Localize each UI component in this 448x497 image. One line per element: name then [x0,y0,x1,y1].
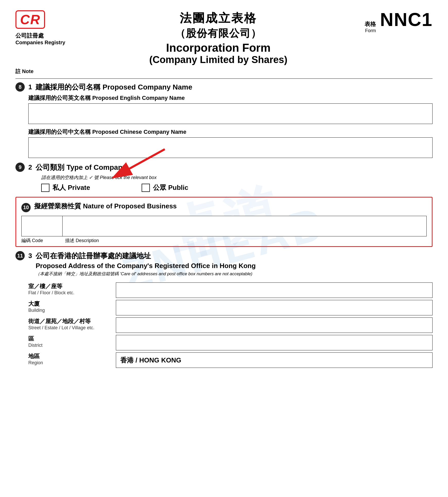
address-title-en: Proposed Address of the Company's Regist… [36,262,256,270]
chinese-name-input[interactable] [28,137,433,158]
section-2-number: 2 [28,163,32,171]
nature-title: 擬經營業務性質 Nature of Proposed Business [34,202,177,211]
form-label-zh: 表格 [365,20,376,28]
bullet-9: 9 [15,163,25,172]
section-1-number: 1 [28,83,32,91]
building-input[interactable] [116,300,433,315]
form-ref: 表格 Form NNC1 [365,10,433,36]
title-zh-main: 法團成立表格 [72,10,365,26]
street-input[interactable] [116,317,433,333]
logo-zh: 公司註冊處 [15,32,44,40]
checkbox-public[interactable] [142,184,150,192]
section-3: 11 3 公司在香港的註冊辦事處的建議地址 Proposed Address o… [15,251,433,368]
type-private: 私人 Private [41,183,90,192]
flat-label-en: Flat / Floor / Block etc. [28,290,113,296]
street-label-zh: 街道／屋苑／地段／村等 [28,317,113,325]
title-en-sub: (Company Limited by Shares) [72,54,365,65]
nature-labels: 編碼 Code 描述 Description [21,237,427,244]
section-1-title: 建議採用的公司名稱 Proposed Company Name [36,82,192,92]
section-2: 9 2 公司類別 Type of Company 請在適用的空格內加上 ✓ 號 … [15,163,433,192]
address-row-district: 區 District [28,335,433,350]
address-row-region: 地區 Region 香港 / HONG KONG [28,352,433,368]
nature-desc-input[interactable] [63,216,427,236]
bullet-8: 8 [15,82,25,92]
building-label-zh: 大廈 [28,300,113,308]
flat-label-zh: 室／樓／座等 [28,282,113,290]
type-instruction: 請在適用的空格內加上 ✓ 號 Please tick the relevant … [41,174,433,181]
checkbox-private[interactable] [41,184,49,192]
street-label-en: Street / Estate / Lot / Village etc. [28,325,113,331]
nature-code-input[interactable] [21,216,63,236]
chinese-name-label: 建議採用的公司中文名稱 Proposed Chinese Company Nam… [28,128,433,136]
english-name-input[interactable] [28,103,433,124]
title-center: 法團成立表格 （股份有限公司） Incorporation Form (Comp… [72,10,365,65]
section-2-title: 公司類別 Type of Company [36,163,126,172]
logo-box: CR [15,10,45,29]
region-value: 香港 / HONG KONG [116,352,433,368]
type-public-label: 公眾 Public [153,183,188,192]
address-row-flat: 室／樓／座等 Flat / Floor / Block etc. [28,282,433,298]
flat-input[interactable] [116,282,433,298]
title-en-main: Incorporation Form [72,41,365,54]
logo-en: Companies Registry [15,40,65,46]
district-input[interactable] [116,335,433,350]
address-row-building: 大廈 Building [28,300,433,315]
header-divider [15,78,433,79]
english-name-label: 建議採用的公司英文名稱 Proposed English Company Nam… [28,94,433,102]
type-private-label: 私人 Private [53,183,90,192]
district-label-zh: 區 [28,335,113,343]
type-options: 私人 Private 公眾 Public [41,183,433,192]
nature-fields [21,216,427,236]
section-1: 8 1 建議採用的公司名稱 Proposed Company Name 建議採用… [15,82,433,158]
building-label-en: Building [28,308,113,313]
form-code: NNC1 [380,10,433,29]
title-zh-sub: （股份有限公司） [72,26,365,40]
nature-code-label: 編碼 Code [21,237,63,244]
region-label-zh: 地區 [28,352,113,360]
logo-cr: CR [20,13,40,26]
page-header: CR 公司註冊處 Companies Registry 法團成立表格 （股份有限… [15,10,433,65]
bullet-11: 11 [15,251,25,260]
logo-area: CR 公司註冊處 Companies Registry [15,10,72,46]
section-3-number: 3 [28,252,32,260]
nature-section: 10 擬經營業務性質 Nature of Proposed Business 編… [15,197,433,247]
address-note: （本處不接納「轉交」地址及郵政信箱號碼 'Care of' addresses … [36,271,256,277]
bullet-10: 10 [21,203,31,212]
note-label: 註 Note [15,68,433,75]
address-row-street: 街道／屋苑／地段／村等 Street / Estate / Lot / Vill… [28,317,433,333]
nature-desc-label: 描述 Description [63,237,427,244]
district-label-en: District [28,343,113,348]
region-label-en: Region [28,360,113,366]
address-title-zh: 公司在香港的註冊辦事處的建議地址 [36,251,256,261]
type-public: 公眾 Public [142,183,188,192]
form-label-en: Form [365,28,376,33]
